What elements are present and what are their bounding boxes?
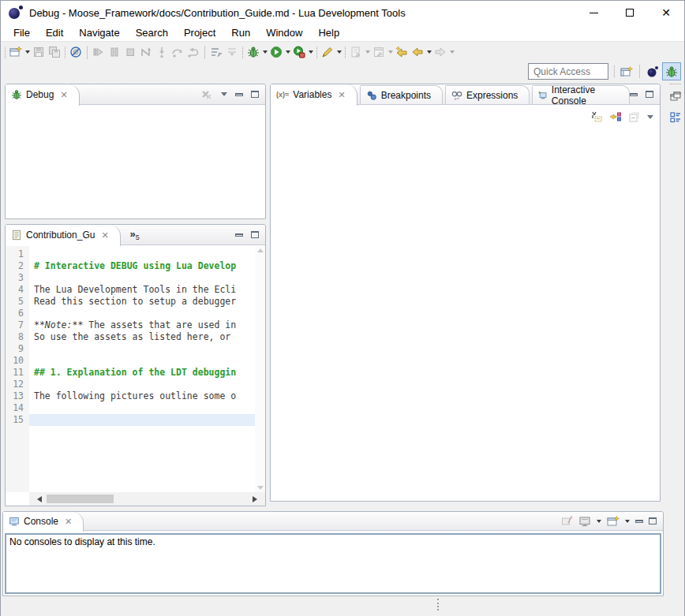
tab-interactive-console[interactable]: Interactive Console — [532, 85, 630, 104]
editor-line[interactable]: 11## 1. Explanation of the LDT debuggin — [6, 367, 255, 379]
editor-line[interactable]: 3 — [6, 272, 255, 284]
use-step-filters-button[interactable] — [208, 44, 224, 60]
search-menu-button[interactable] — [371, 44, 387, 60]
debug-perspective-button[interactable] — [662, 62, 681, 80]
restore-views-icon[interactable] — [669, 91, 682, 103]
resume-button[interactable] — [91, 44, 107, 60]
close-tab-icon[interactable] — [60, 90, 67, 100]
status-bar-grip[interactable] — [437, 599, 439, 610]
editor-line[interactable]: 8So use the assets as listed here, or — [6, 331, 255, 343]
last-edit-location-button[interactable] — [394, 44, 410, 60]
minimize-window-button[interactable] — [575, 1, 612, 24]
back-dropdown[interactable] — [425, 44, 432, 60]
maximize-view-icon[interactable] — [251, 91, 259, 98]
editor-line[interactable]: 6 — [6, 308, 255, 319]
toolbar-grip[interactable] — [65, 47, 66, 58]
display-selected-console-icon[interactable] — [578, 515, 591, 528]
editor-tab[interactable]: Contribution_Gu — [6, 225, 121, 246]
maximize-window-button[interactable] — [612, 1, 648, 24]
terminate-button[interactable] — [122, 44, 138, 60]
trim-grip[interactable] — [670, 84, 681, 84]
run-last-launched-dropdown[interactable] — [307, 44, 314, 60]
editor-horizontal-scrollbar[interactable] — [29, 492, 265, 506]
step-return-button[interactable] — [185, 44, 201, 60]
skip-all-breakpoints-button[interactable] — [68, 44, 84, 60]
editor-line[interactable]: 13The following pictures outline some o — [6, 390, 255, 402]
outline-view-icon[interactable] — [669, 111, 682, 124]
save-button[interactable] — [31, 44, 47, 60]
view-menu-icon[interactable] — [647, 115, 653, 119]
scroll-right-icon[interactable] — [253, 496, 257, 502]
scrollbar-thumb[interactable] — [47, 495, 114, 503]
drop-to-frame-button[interactable] — [224, 44, 240, 60]
view-menu-icon[interactable] — [221, 92, 227, 96]
scroll-up-icon[interactable] — [257, 248, 264, 252]
menu-item-window[interactable]: Window — [258, 25, 310, 40]
menu-item-help[interactable]: Help — [310, 25, 347, 40]
forward-button[interactable] — [432, 44, 448, 60]
tab-variables[interactable]: (x)= Variables — [271, 84, 357, 106]
editor-line[interactable]: 7**Note:** The assets that are used in — [6, 319, 255, 331]
editor-line[interactable]: 5Read this section to setup a debugger — [6, 296, 255, 308]
open-task-dropdown[interactable] — [364, 44, 371, 60]
toolbar-grip[interactable] — [5, 47, 6, 58]
debug-button[interactable] — [245, 44, 261, 60]
open-perspective-button[interactable] — [617, 62, 636, 80]
editor-line[interactable]: 14 — [6, 402, 255, 414]
menu-item-run[interactable]: Run — [223, 25, 258, 40]
debug-dropdown[interactable] — [261, 44, 268, 60]
menu-item-search[interactable]: Search — [128, 25, 176, 40]
menu-item-project[interactable]: Project — [176, 25, 223, 40]
run-dropdown[interactable] — [284, 44, 291, 60]
minimize-view-icon[interactable] — [235, 93, 243, 96]
close-tab-icon[interactable] — [101, 230, 108, 241]
close-tab-icon[interactable] — [338, 90, 345, 100]
debug-view-tab[interactable]: Debug — [6, 84, 80, 106]
minimize-view-icon[interactable] — [630, 93, 638, 96]
scroll-down-icon[interactable] — [257, 486, 264, 490]
maximize-view-icon[interactable] — [251, 231, 259, 238]
show-type-names-icon[interactable] — [590, 110, 603, 123]
editor-line[interactable]: 15 — [6, 414, 255, 426]
save-all-button[interactable] — [47, 44, 62, 60]
console-message-area[interactable]: No consoles to display at this time. — [5, 533, 661, 594]
editor-line[interactable]: 4The Lua Development Tools in the Ecli — [6, 284, 255, 296]
open-task-button[interactable] — [348, 44, 364, 60]
new-wizard-button[interactable] — [8, 44, 24, 60]
toolbar-grip[interactable] — [242, 47, 243, 58]
show-logical-structures-icon[interactable] — [609, 110, 622, 123]
editor-line[interactable]: 12 — [6, 379, 255, 390]
editor-line[interactable]: 1 — [6, 248, 255, 260]
editor-vertical-scrollbar[interactable] — [255, 246, 265, 492]
editor-line[interactable]: 10 — [6, 355, 255, 367]
menu-item-edit[interactable]: Edit — [38, 25, 71, 40]
open-console-dropdown-icon[interactable] — [625, 520, 630, 523]
external-tools-button[interactable] — [320, 44, 335, 60]
editor-body[interactable]: 12# Interactive DEBUG using Lua Develop3… — [6, 246, 265, 506]
hidden-editors-chevron[interactable]: » 5 — [130, 228, 140, 241]
tab-breakpoints[interactable]: Breakpoints — [360, 85, 443, 104]
minimize-view-icon[interactable] — [235, 233, 243, 237]
search-menu-dropdown[interactable] — [387, 44, 394, 60]
remove-terminated-launches-icon[interactable] — [200, 88, 213, 101]
external-tools-dropdown[interactable] — [335, 44, 342, 60]
disconnect-button[interactable] — [138, 44, 154, 60]
minimize-view-icon[interactable] — [635, 520, 643, 523]
editor-line[interactable]: 2# Interactive DEBUG using Lua Develop — [6, 260, 255, 272]
step-into-button[interactable] — [154, 44, 170, 60]
toolbar-grip[interactable] — [316, 47, 317, 58]
maximize-view-icon[interactable] — [646, 91, 653, 98]
menu-item-navigate[interactable]: Navigate — [71, 25, 127, 40]
lua-perspective-button[interactable] — [643, 62, 662, 80]
close-tab-icon[interactable] — [65, 517, 72, 527]
console-tab[interactable]: Console — [3, 512, 84, 532]
tab-expressions[interactable]: x= Expressions — [445, 85, 530, 104]
pin-console-icon[interactable] — [560, 515, 573, 528]
menu-item-file[interactable]: File — [6, 25, 38, 40]
scroll-left-icon[interactable] — [37, 496, 42, 502]
quick-access-input[interactable]: Quick Access — [528, 63, 608, 80]
toolbar-grip[interactable] — [345, 47, 346, 58]
step-over-button[interactable] — [170, 44, 185, 60]
toolbar-grip[interactable] — [614, 65, 615, 77]
back-button[interactable] — [410, 44, 425, 60]
